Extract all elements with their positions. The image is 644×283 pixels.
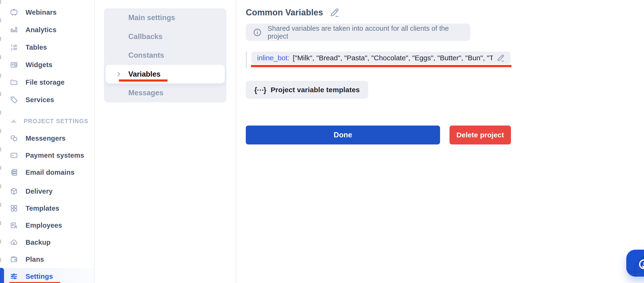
sidebar-section-label: PROJECT SETTINGS — [24, 118, 88, 124]
settings-icon — [10, 272, 18, 280]
variable-row[interactable]: inline_bot: ["Milk", "Bread", "Pasta", "… — [252, 52, 510, 64]
subnav-item-label: Main settings — [128, 14, 175, 22]
payment-systems-icon — [10, 151, 18, 159]
sidebar: Webinars Analytics 12 Tables Widgets Fil… — [1, 0, 94, 283]
sidebar-item-label: Analytics — [26, 26, 56, 34]
templates-button-label: Project variable templates — [270, 86, 360, 94]
info-banner-text: Shared variables are taken into account … — [268, 24, 463, 40]
page-title: Common Variables — [246, 8, 323, 18]
subnav-item-messages[interactable]: Messages — [104, 84, 226, 102]
annotation-underline-settings — [10, 282, 60, 283]
webinars-icon — [10, 8, 18, 16]
sidebar-item-label: File storage — [26, 78, 64, 86]
sidebar-item-webinars[interactable]: Webinars — [1, 4, 94, 21]
variable-drag-handle — [246, 52, 247, 68]
templates-icon — [10, 204, 18, 212]
sidebar-item-employees[interactable]: Employees — [1, 217, 94, 234]
annotation-underline-variable-row — [251, 65, 512, 67]
project-variable-templates-button[interactable]: {⋯} Project variable templates — [246, 81, 368, 99]
sidebar-item-label: Tables — [26, 44, 47, 51]
sidebar-item-templates[interactable]: Templates — [1, 200, 94, 217]
plans-icon — [10, 255, 18, 264]
settings-subnav-panel: Main settings Callbacks Constants Variab… — [104, 8, 226, 102]
subnav-item-constants[interactable]: Constants — [104, 46, 226, 65]
subnav-item-variables[interactable]: Variables — [106, 65, 225, 84]
sidebar-item-backup[interactable]: Backup — [1, 234, 94, 251]
robot-icon — [636, 253, 644, 273]
settings-subnav-column: Main settings Callbacks Constants Variab… — [94, 0, 236, 283]
employees-icon — [10, 221, 18, 229]
widgets-icon — [10, 61, 18, 69]
variable-value: ["Milk", "Bread", "Pasta", "Chocolate", … — [293, 54, 493, 62]
analytics-icon — [10, 26, 18, 34]
file-storage-icon — [10, 78, 18, 86]
sidebar-item-plans[interactable]: Plans — [1, 251, 94, 268]
sidebar-item-label: Webinars — [26, 8, 57, 16]
info-icon — [253, 28, 262, 37]
subnav-item-main-settings[interactable]: Main settings — [104, 8, 226, 27]
sidebar-item-label: Email domains — [26, 168, 74, 176]
subnav-item-callbacks[interactable]: Callbacks — [104, 27, 226, 46]
annotation-underline-variables — [119, 80, 168, 82]
sidebar-item-label: Payment systems — [26, 152, 84, 159]
sidebar-item-delivery[interactable]: Delivery — [1, 183, 94, 200]
info-banner: Shared variables are taken into account … — [246, 24, 470, 41]
sidebar-item-label: Widgets — [26, 61, 52, 69]
sidebar-item-email-domains[interactable]: Email domains — [1, 164, 94, 181]
pencil-icon[interactable] — [496, 54, 505, 62]
sidebar-item-label: Plans — [26, 256, 44, 264]
app-window: Webinars Analytics 12 Tables Widgets Fil… — [0, 0, 644, 283]
variable-name[interactable]: inline_bot: — [257, 54, 290, 62]
pencil-icon[interactable] — [329, 7, 340, 18]
svg-text:1: 1 — [11, 44, 12, 47]
sidebar-item-label: Delivery — [26, 188, 52, 195]
backup-icon — [10, 238, 18, 246]
sidebar-item-analytics[interactable]: Analytics — [1, 21, 94, 38]
variable-block: inline_bot: ["Milk", "Bread", "Pasta", "… — [246, 52, 644, 68]
sidebar-item-label: Messengers — [26, 134, 66, 142]
sidebar-item-services[interactable]: Services — [1, 91, 94, 108]
sidebar-item-label: Templates — [26, 204, 59, 212]
email-domains-icon — [10, 168, 18, 176]
tables-icon: 12 — [10, 43, 18, 51]
actions-row: Done Delete project — [246, 126, 644, 144]
main-content: Common Variables Shared variables are ta… — [236, 0, 644, 283]
subnav-item-label: Variables — [128, 70, 160, 78]
sidebar-item-tables[interactable]: 12 Tables — [1, 38, 94, 56]
sidebar-item-messengers[interactable]: Messengers — [1, 130, 94, 147]
sidebar-item-label: Services — [26, 96, 54, 104]
subnav-item-label: Callbacks — [128, 32, 162, 41]
sidebar-item-file-storage[interactable]: File storage — [1, 74, 94, 91]
sidebar-item-label: Backup — [26, 238, 50, 246]
services-icon — [10, 96, 18, 104]
triangle-up-icon[interactable] — [11, 120, 17, 123]
page-title-row: Common Variables — [246, 7, 644, 18]
subnav-item-label: Messages — [128, 89, 163, 97]
subnav-item-label: Constants — [128, 51, 164, 60]
sidebar-item-widgets[interactable]: Widgets — [1, 56, 94, 74]
svg-text:2: 2 — [11, 48, 12, 51]
delete-project-button[interactable]: Delete project — [450, 126, 511, 144]
chat-widget-button[interactable] — [626, 250, 644, 276]
done-button[interactable]: Done — [246, 126, 440, 144]
messengers-icon — [10, 134, 18, 142]
active-item-indicator-bar — [0, 268, 4, 283]
sidebar-item-settings[interactable]: Settings — [1, 268, 94, 283]
braces-icon: {⋯} — [254, 86, 266, 94]
sidebar-item-payment-systems[interactable]: Payment systems — [1, 147, 94, 164]
chevron-right-icon — [115, 71, 122, 78]
sidebar-section-header: PROJECT SETTINGS — [1, 112, 94, 130]
delivery-icon — [10, 187, 18, 195]
sidebar-item-label: Employees — [26, 222, 62, 229]
sidebar-item-label: Settings — [26, 272, 53, 280]
